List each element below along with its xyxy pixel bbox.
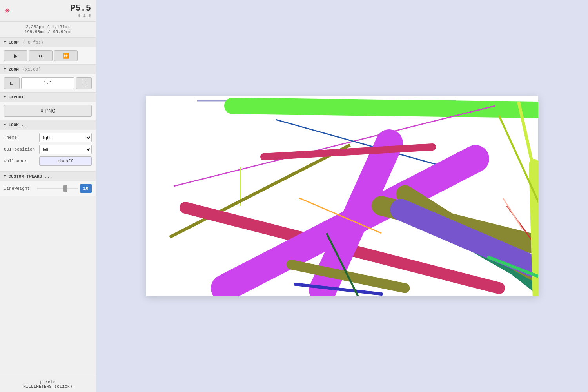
svg-line-6 [276, 120, 444, 167]
app-title: P5.5 [70, 4, 91, 13]
svg-line-23 [264, 147, 432, 157]
look-chevron: ▼ [4, 123, 6, 127]
zoom-label: ZOOM [8, 67, 18, 72]
coords-mm: 199.98mm / 99.99mm [5, 29, 91, 34]
custom-tweaks-chevron: ▼ [4, 174, 6, 178]
look-section: ▼ LOOK... Theme light dark GUI position … [0, 120, 96, 172]
svg-line-20 [503, 198, 523, 229]
export-chevron: ▼ [4, 95, 6, 99]
loop-section-header[interactable]: ▼ LOOP (~0 fps) [0, 38, 96, 47]
main-area [96, 0, 588, 392]
look-section-body: Theme light dark GUI position left right… [0, 130, 96, 171]
export-section: ▼ EXPORT ⬇ PNG [0, 93, 96, 120]
sketch-canvas [146, 96, 538, 296]
look-label: LOOK... [8, 123, 26, 127]
zoom-controls: ⊡ 1:1 ⛶ [4, 77, 92, 89]
export-png-button[interactable]: ⬇ PNG [4, 105, 92, 117]
look-wallpaper-value[interactable]: ebebff [39, 156, 92, 166]
loop-section: ▼ LOOP (~0 fps) ▶ ⏭ ⏩ [0, 38, 96, 65]
zoom-section-header[interactable]: ▼ ZOOM (x1.00) [0, 65, 96, 74]
canvas-container [146, 96, 538, 296]
sidebar-header: ✳ P5.5 0.1.0 [0, 0, 96, 22]
loop-step-button[interactable]: ⏭ [29, 50, 53, 61]
tweak-lineweight-row: lineWeight 10 [4, 184, 92, 193]
custom-tweaks-label: CUSTOM TWEAKS ... [8, 174, 52, 179]
tweak-slider-wrap [37, 184, 78, 193]
look-theme-label: Theme [4, 135, 39, 140]
look-theme-row: Theme light dark [4, 133, 92, 142]
sidebar-footer: pixels MILLIMETERS (click) [0, 376, 96, 392]
custom-tweaks-section-header[interactable]: ▼ CUSTOM TWEAKS ... [0, 172, 96, 181]
loop-fast-button[interactable]: ⏩ [54, 50, 78, 61]
export-label: EXPORT [8, 95, 24, 100]
footer-pixels: pixels [5, 379, 91, 384]
loop-section-body: ▶ ⏭ ⏩ [0, 47, 96, 64]
look-gui-row: GUI position left right [4, 145, 92, 154]
loop-label: LOOP [8, 40, 18, 45]
footer-millimeters[interactable]: MILLIMETERS (click) [5, 384, 91, 389]
zoom-chevron: ▼ [4, 67, 6, 71]
custom-tweaks-section-body: lineWeight 10 [0, 181, 96, 196]
look-wallpaper-label: Wallpaper [4, 159, 39, 163]
app-version: 0.1.0 [78, 13, 91, 18]
look-gui-label: GUI position [4, 147, 39, 152]
tweak-lineweight-value: 10 [80, 184, 92, 193]
tweak-lineweight-slider[interactable] [37, 188, 78, 189]
sidebar: ✳ P5.5 0.1.0 2,362px / 1,181px 199.98mm … [0, 0, 96, 392]
look-theme-select[interactable]: light dark [39, 133, 92, 142]
zoom-fit-button[interactable]: ⊡ [4, 77, 20, 89]
tweak-lineweight-label: lineWeight [4, 186, 35, 191]
version-block: P5.5 0.1.0 [70, 4, 91, 18]
zoom-ratio-label: 1:1 [21, 77, 74, 89]
loop-chevron: ▼ [4, 40, 6, 44]
zoom-value-label: (x1.00) [23, 67, 41, 72]
export-section-header[interactable]: ▼ EXPORT [0, 93, 96, 102]
look-wallpaper-row: Wallpaper ebebff [4, 156, 92, 166]
coords-px: 2,362px / 1,181px [5, 25, 91, 29]
look-gui-select[interactable]: left right [39, 145, 92, 154]
app-logo: ✳ [5, 7, 10, 15]
export-section-body: ⬇ PNG [0, 102, 96, 120]
coords-block: 2,362px / 1,181px 199.98mm / 99.99mm [0, 22, 96, 38]
zoom-fullscreen-button[interactable]: ⛶ [76, 77, 92, 89]
loop-play-button[interactable]: ▶ [4, 50, 27, 61]
loop-fps: (~0 fps) [23, 40, 44, 45]
loop-controls: ▶ ⏭ ⏩ [4, 50, 92, 61]
look-section-header[interactable]: ▼ LOOK... [0, 120, 96, 130]
zoom-section-body: ⊡ 1:1 ⛶ [0, 74, 96, 92]
custom-tweaks-section: ▼ CUSTOM TWEAKS ... lineWeight 10 [0, 172, 96, 196]
zoom-section: ▼ ZOOM (x1.00) ⊡ 1:1 ⛶ [0, 65, 96, 93]
